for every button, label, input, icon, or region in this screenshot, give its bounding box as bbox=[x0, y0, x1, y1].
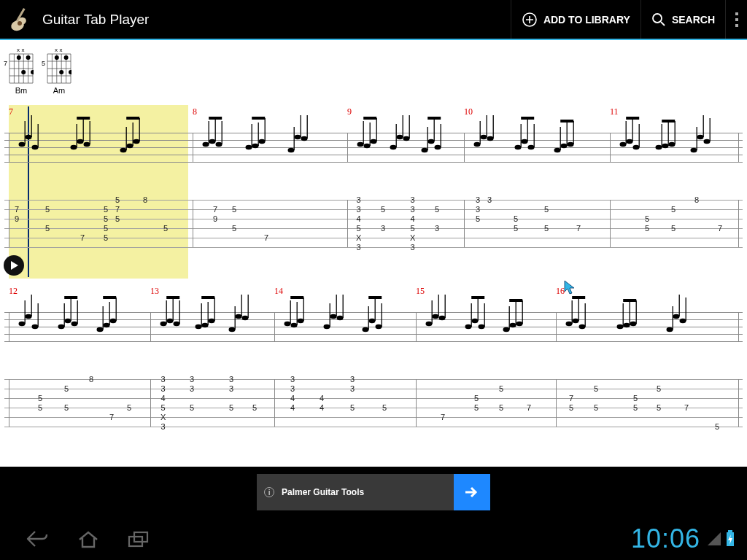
note-group bbox=[553, 115, 582, 174]
note-group bbox=[389, 115, 418, 174]
svg-point-17 bbox=[17, 55, 21, 60]
tab-column: 55 bbox=[38, 375, 42, 432]
ad-go-button[interactable] bbox=[454, 474, 490, 510]
svg-point-106 bbox=[515, 145, 522, 150]
app-bar: Guitar Tab Player ADD TO LIBRARY SEARCH bbox=[0, 0, 747, 40]
tab-column: 55 bbox=[64, 375, 69, 432]
tab-column: 55 bbox=[232, 195, 236, 252]
svg-point-148 bbox=[58, 324, 65, 330]
barline bbox=[150, 379, 151, 427]
svg-rect-203 bbox=[368, 296, 382, 299]
svg-rect-119 bbox=[560, 120, 573, 122]
ad-text: Palmer Guitar Tools bbox=[282, 487, 364, 497]
music-system: 55558753345X3335335533444433557555577555… bbox=[4, 290, 743, 438]
svg-point-94 bbox=[428, 139, 435, 144]
note-group bbox=[283, 295, 312, 353]
ad-banner[interactable]: i Palmer Guitar Tools bbox=[257, 474, 490, 510]
tab-staff: 79557555557585795573345X3533345X35333535… bbox=[4, 200, 743, 258]
barline bbox=[9, 133, 9, 162]
note-group bbox=[514, 115, 543, 174]
note-group bbox=[96, 295, 125, 353]
tab-column: 5 bbox=[127, 375, 131, 432]
svg-point-61 bbox=[216, 142, 222, 147]
note-group bbox=[194, 295, 223, 353]
barline bbox=[610, 133, 611, 162]
back-button[interactable] bbox=[12, 529, 63, 549]
tab-column: 79 bbox=[15, 195, 19, 252]
app-logo-icon bbox=[7, 5, 36, 34]
music-system: 79557555557585795573345X3533345X35333535… bbox=[4, 111, 743, 258]
note-group bbox=[464, 295, 493, 353]
signal-icon bbox=[708, 532, 721, 545]
barline bbox=[193, 200, 193, 247]
tab-column: 7 bbox=[576, 195, 581, 252]
search-button[interactable]: SEARCH bbox=[640, 0, 725, 39]
tab-column: 335 bbox=[476, 195, 480, 252]
svg-point-178 bbox=[235, 314, 241, 319]
add-to-library-button[interactable]: ADD TO LIBRARY bbox=[511, 0, 640, 39]
play-button[interactable] bbox=[4, 255, 24, 276]
note-group bbox=[69, 115, 98, 174]
tab-column: 44 bbox=[320, 375, 324, 432]
svg-point-35 bbox=[69, 70, 71, 74]
note-group bbox=[654, 115, 684, 174]
chord-diagram: xx 7 Bm bbox=[9, 47, 34, 95]
barline bbox=[416, 312, 417, 341]
svg-point-33 bbox=[64, 55, 69, 60]
svg-point-73 bbox=[294, 135, 301, 140]
note-group bbox=[201, 115, 231, 174]
mouse-cursor-icon bbox=[564, 280, 577, 296]
svg-rect-189 bbox=[290, 296, 303, 299]
svg-point-155 bbox=[96, 327, 103, 332]
barline bbox=[9, 312, 9, 341]
overflow-menu-button[interactable] bbox=[725, 0, 747, 39]
tab-column: 5 bbox=[163, 195, 168, 252]
bar-number: 13 bbox=[150, 286, 159, 297]
bar-number: 15 bbox=[416, 286, 425, 297]
tab-column: 5 bbox=[715, 375, 719, 432]
tab-column: 53 bbox=[435, 195, 439, 252]
svg-point-180 bbox=[241, 316, 248, 321]
note-group bbox=[665, 295, 694, 353]
recents-button[interactable] bbox=[114, 529, 165, 548]
note-group bbox=[119, 115, 148, 174]
svg-point-220 bbox=[509, 323, 516, 328]
svg-point-54 bbox=[133, 139, 139, 144]
tab-column: 5555 bbox=[104, 195, 108, 252]
svg-rect-175 bbox=[201, 296, 214, 299]
svg-rect-49 bbox=[77, 117, 90, 120]
svg-point-127 bbox=[656, 145, 662, 150]
tab-column: 55 bbox=[499, 375, 503, 432]
barline bbox=[738, 133, 739, 162]
svg-point-64 bbox=[246, 145, 252, 150]
svg-point-68 bbox=[259, 139, 266, 144]
tab-column: 3 bbox=[487, 195, 492, 252]
svg-point-164 bbox=[167, 319, 174, 324]
svg-point-5 bbox=[653, 14, 662, 23]
bar-number: 11 bbox=[610, 106, 619, 117]
note-group bbox=[356, 115, 385, 174]
note-group bbox=[57, 295, 86, 353]
bar-number: 8 bbox=[193, 106, 197, 117]
svg-point-45 bbox=[77, 139, 83, 144]
svg-point-166 bbox=[174, 322, 180, 327]
svg-point-192 bbox=[330, 314, 337, 319]
svg-point-138 bbox=[703, 139, 710, 144]
svg-point-80 bbox=[364, 144, 371, 149]
home-button[interactable] bbox=[63, 529, 114, 549]
svg-point-115 bbox=[561, 144, 568, 149]
tab-column: 8 bbox=[694, 195, 699, 252]
bar-number: 10 bbox=[464, 106, 473, 117]
svg-rect-231 bbox=[572, 296, 585, 299]
tab-column: 3344 bbox=[290, 375, 295, 432]
svg-point-129 bbox=[662, 144, 669, 149]
svg-point-40 bbox=[32, 145, 39, 150]
svg-point-176 bbox=[228, 327, 235, 332]
svg-point-131 bbox=[669, 142, 676, 147]
score-view[interactable]: xx 7 Bm xx 5 bbox=[0, 40, 747, 467]
bar-number: 9 bbox=[347, 106, 352, 117]
tab-column: 3345X3 bbox=[410, 195, 415, 252]
tab-column: 7 bbox=[80, 195, 85, 252]
barline bbox=[347, 133, 348, 162]
tab-column: 8 bbox=[89, 375, 93, 432]
